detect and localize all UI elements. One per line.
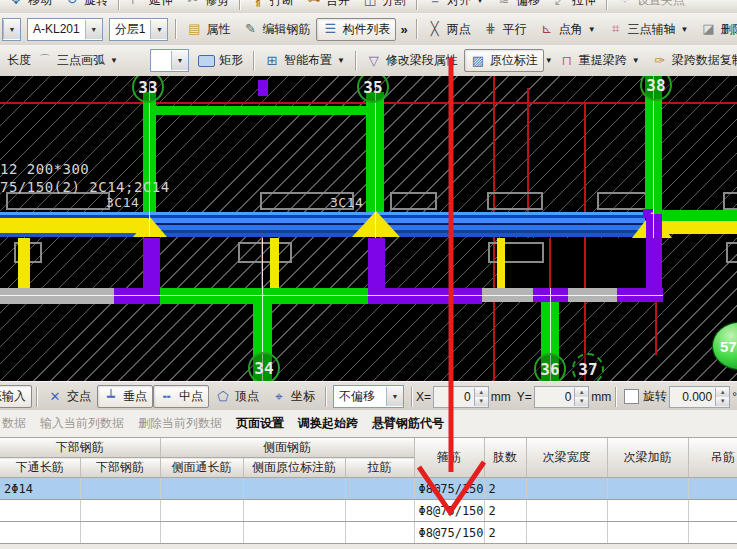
- two-point-axis-button[interactable]: ╳两点: [421, 18, 477, 41]
- cell[interactable]: [160, 478, 243, 500]
- beam-gray[interactable]: [0, 288, 114, 304]
- cell[interactable]: 2: [484, 478, 526, 500]
- spinner[interactable]: ▲▼: [474, 388, 488, 406]
- menu-item-input-column[interactable]: 输入当前列数据: [40, 415, 124, 432]
- cell[interactable]: [688, 478, 737, 500]
- cell[interactable]: [243, 500, 345, 522]
- clamp-icon: ⊓: [559, 53, 575, 69]
- axis-bubble-38[interactable]: 38: [640, 76, 672, 101]
- align-button[interactable]: ≡对齐▼: [421, 0, 490, 12]
- copy-span-data-button[interactable]: ✑梁跨数据复制▼: [646, 49, 737, 72]
- trim-button[interactable]: ✂修剪: [179, 0, 235, 12]
- cell[interactable]: [0, 522, 80, 544]
- in-situ-annotation-button[interactable]: ▨原位标注: [464, 49, 544, 72]
- floating-ball-57[interactable]: 57: [712, 322, 737, 370]
- rotate-angle-field[interactable]: 0.000▲▼: [669, 386, 730, 408]
- cell[interactable]: [688, 500, 737, 522]
- modify-beam-segment-button[interactable]: ▽修改梁段属性: [360, 49, 464, 72]
- cell[interactable]: [526, 478, 607, 500]
- cell[interactable]: [607, 478, 688, 500]
- beam-yellow-right[interactable]: [662, 221, 737, 234]
- split-button[interactable]: ◫分割: [356, 0, 412, 12]
- cell[interactable]: [0, 500, 80, 522]
- cell[interactable]: [160, 500, 243, 522]
- cell[interactable]: [345, 500, 414, 522]
- extend-button[interactable]: ⊢延伸: [123, 0, 179, 12]
- element-type-combo-fragment[interactable]: ▼: [2, 18, 21, 41]
- x-coordinate-field[interactable]: 0▲▼: [433, 386, 489, 408]
- cell[interactable]: [345, 478, 414, 500]
- beam-green-right[interactable]: [662, 210, 737, 221]
- merge-button[interactable]: ⊶合并: [300, 0, 356, 12]
- offset-button[interactable]: ≋偏移: [490, 0, 546, 12]
- pencil-icon: ✎: [242, 21, 258, 37]
- cell[interactable]: 2Φ14: [0, 478, 80, 500]
- rectangle-button[interactable]: 矩形: [192, 49, 249, 72]
- edit-rebar-button[interactable]: ✎编辑钢筋: [236, 18, 316, 41]
- cell[interactable]: Φ8@75/150: [414, 478, 484, 500]
- cell[interactable]: [80, 500, 160, 522]
- cell[interactable]: [243, 522, 345, 544]
- spinner[interactable]: ▲▼: [715, 388, 729, 406]
- cell[interactable]: Φ8@75/150: [414, 522, 484, 544]
- point-angle-button[interactable]: ⊾点角▼: [533, 18, 602, 41]
- snap-intersection-button[interactable]: ✕交点: [41, 385, 97, 408]
- component-list-button[interactable]: ☰构件列表: [316, 18, 396, 41]
- cell[interactable]: 2: [484, 500, 526, 522]
- cell[interactable]: [345, 522, 414, 544]
- beam-yellow-left[interactable]: [0, 218, 148, 233]
- axis-bubble-33[interactable]: 33: [132, 76, 164, 103]
- snap-coordinate-button[interactable]: ⌖坐标: [265, 385, 321, 408]
- smart-layout-button[interactable]: ⊞智能布置▼: [258, 49, 351, 72]
- snap-vertex-button[interactable]: ⬠顶点: [209, 385, 265, 408]
- cell[interactable]: [526, 500, 607, 522]
- menu-item-delete-column[interactable]: 删除当前列数据: [138, 415, 222, 432]
- properties-button[interactable]: ▤属性: [180, 18, 236, 41]
- cell[interactable]: [607, 522, 688, 544]
- menu-item-data[interactable]: 数据: [2, 415, 26, 432]
- snap-midpoint-button[interactable]: ╍中点: [153, 385, 209, 408]
- set-grip-button[interactable]: ⁘设置夹点: [611, 0, 691, 12]
- three-point-axis-button[interactable]: ⌗三点辅轴▼: [602, 18, 695, 41]
- axis-bubble-36[interactable]: 36: [534, 353, 566, 381]
- toolbar-overflow-chevron[interactable]: »: [396, 22, 411, 37]
- axis-bubble-35[interactable]: 35: [357, 76, 389, 103]
- axis-line: [0, 295, 663, 296]
- repick-span-button[interactable]: ⊓重提梁跨▼: [553, 49, 646, 72]
- cell[interactable]: [160, 522, 243, 544]
- menu-item-swap-start-span[interactable]: 调换起始跨: [298, 415, 358, 432]
- cell[interactable]: [607, 500, 688, 522]
- arc-mode-combo[interactable]: ▼: [150, 49, 189, 72]
- move-button[interactable]: ✥移动: [2, 0, 58, 12]
- offset-mode-combo[interactable]: 不偏移▼: [333, 385, 404, 408]
- separator: [416, 19, 417, 39]
- element-name-combo[interactable]: A-KL201▼: [27, 18, 103, 41]
- dynamic-input-button[interactable]: 动态输入: [0, 385, 32, 408]
- axis-bubble-34[interactable]: 34: [248, 352, 280, 381]
- cell[interactable]: [80, 478, 160, 500]
- merge-icon: ⊶: [306, 0, 322, 8]
- parallel-axis-button[interactable]: ⋕平行: [477, 18, 533, 41]
- axis-bubble-37[interactable]: 37: [572, 353, 604, 381]
- chevron-down-icon[interactable]: ▼: [545, 56, 553, 65]
- spinner[interactable]: ▲▼: [574, 388, 588, 406]
- cell[interactable]: Φ8@75/150: [414, 500, 484, 522]
- beam-green-top[interactable]: [143, 106, 383, 115]
- layer-combo[interactable]: 分层1▼: [109, 18, 169, 41]
- menu-item-page-setup[interactable]: 页面设置: [236, 415, 284, 432]
- stretch-button[interactable]: ⤢拉伸: [546, 0, 602, 12]
- three-point-arc-button[interactable]: ⌒三点画弧▼: [31, 49, 124, 72]
- menu-item-cantilever-code[interactable]: 悬臂钢筋代号: [372, 415, 444, 432]
- y-coordinate-field[interactable]: 0▲▼: [534, 386, 590, 408]
- rotate-button[interactable]: ↻旋转: [58, 0, 114, 12]
- cell[interactable]: [526, 522, 607, 544]
- cad-drawing-canvas[interactable]: 33 35 38 34 36 37 12 200*300 75/150(2) 2…: [0, 76, 737, 381]
- cell[interactable]: 2: [484, 522, 526, 544]
- rotate-checkbox[interactable]: [624, 389, 638, 404]
- delete-axis-button[interactable]: ◪删除辅轴: [694, 18, 737, 41]
- break-button[interactable]: ∦打断: [244, 0, 300, 12]
- snap-perpendicular-button[interactable]: ┷垂点: [97, 385, 153, 408]
- cell[interactable]: [243, 478, 345, 500]
- cell[interactable]: [80, 522, 160, 544]
- cell[interactable]: [688, 522, 737, 544]
